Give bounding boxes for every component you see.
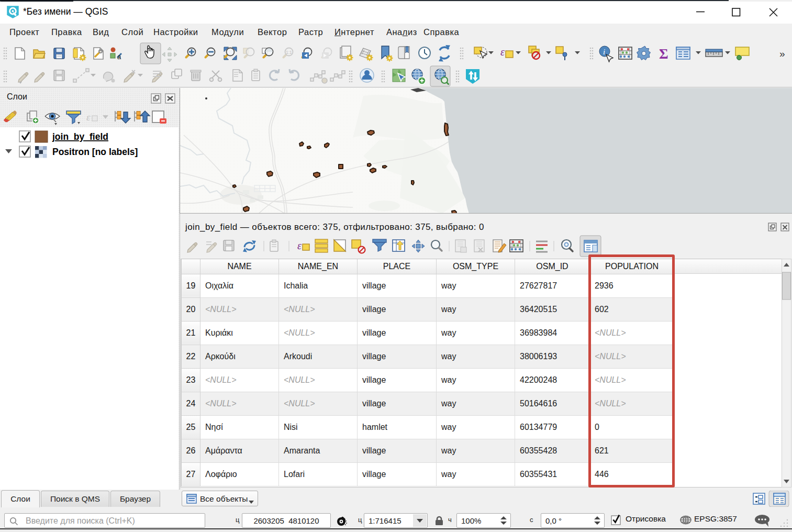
svg-text:ε: ε xyxy=(500,46,505,58)
svg-text:1:1: 1:1 xyxy=(286,50,292,55)
svg-text:Σ: Σ xyxy=(659,46,668,62)
svg-text:ε: ε xyxy=(86,112,91,123)
svg-text:join_by_field: join_by_field xyxy=(52,131,108,142)
svg-text:ε: ε xyxy=(297,240,302,251)
svg-text:a: a xyxy=(117,53,121,61)
svg-text:»: » xyxy=(779,48,785,59)
svg-text:Positron [no labels]: Positron [no labels] xyxy=(52,147,138,157)
svg-text:i: i xyxy=(603,48,605,56)
